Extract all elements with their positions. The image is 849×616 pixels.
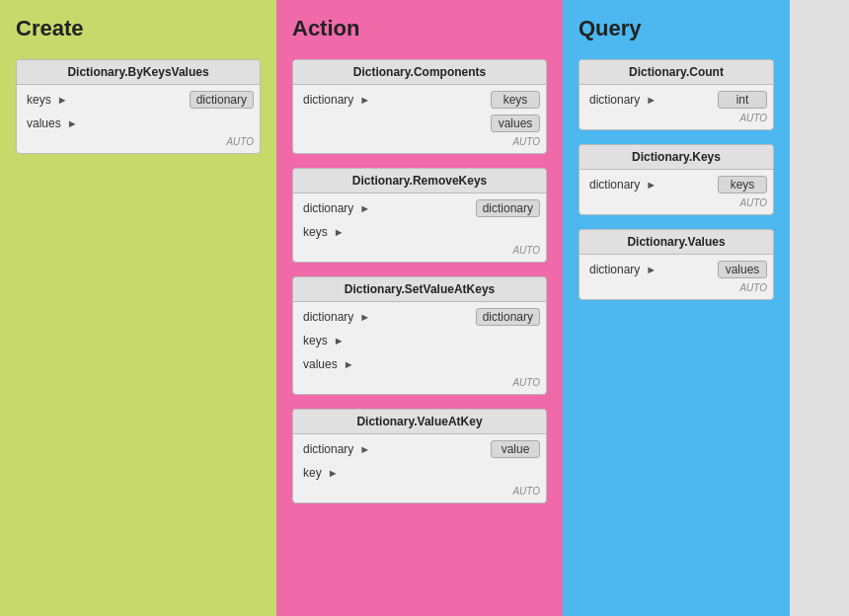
node-row-rk-keys: keys ► [293, 221, 546, 243]
auto-tag-rk: AUTO [512, 245, 540, 256]
node-row-values: values ► [17, 113, 260, 134]
node-body-dvalues: dictionary ► values AUTO [579, 255, 773, 299]
create-title: Create [16, 16, 261, 41]
arrow-values-icon: ► [67, 117, 78, 129]
auto-tag-comp: AUTO [512, 136, 540, 147]
arrow-vak-dict-icon: ► [359, 443, 370, 455]
port-left-dkeys-dict: dictionary ► [579, 176, 656, 193]
node-row-comp-dict: dictionary ► keys [293, 89, 546, 111]
node-row-svak-values: values ► [293, 353, 546, 375]
query-column: Query Dictionary.Count dictionary ► int … [563, 0, 790, 616]
auto-tag-svak: AUTO [512, 377, 540, 388]
port-label-values: values [23, 115, 65, 132]
node-footer-vak: AUTO [293, 486, 546, 500]
port-output-vak-value: value [491, 440, 540, 458]
port-output-dkeys-keys: keys [718, 176, 767, 193]
node-dictionary-remove-keys: Dictionary.RemoveKeys dictionary ► dicti… [292, 168, 547, 263]
arrow-dvalues-dict-icon: ► [646, 264, 656, 275]
port-label-comp-dict: dictionary [299, 91, 357, 109]
node-footer-bkv: AUTO [17, 136, 260, 151]
port-label-rk-dict: dictionary [299, 199, 357, 217]
node-footer-svak: AUTO [293, 377, 546, 392]
arrow-svak-values-icon: ► [344, 358, 354, 370]
auto-tag-vak: AUTO [512, 486, 540, 497]
node-footer-count: AUTO [579, 113, 773, 127]
port-left-values: values ► [17, 115, 78, 132]
port-label-count-dict: dictionary [585, 91, 644, 109]
port-left-rk-dict: dictionary ► [293, 199, 370, 217]
arrow-count-dict-icon: ► [646, 94, 656, 106]
node-row-rk-dict: dictionary ► dictionary [293, 197, 546, 219]
node-title-by-keys-values: Dictionary.ByKeysValues [17, 60, 260, 85]
port-output-rk-dict: dictionary [476, 199, 540, 217]
port-output-comp-keys: keys [491, 91, 540, 109]
node-row-svak-keys: keys ► [293, 330, 546, 351]
create-column: Create Dictionary.ByKeysValues keys ► di… [0, 0, 276, 616]
node-row-keys: keys ► dictionary [17, 89, 260, 111]
node-title-dkeys: Dictionary.Keys [579, 145, 773, 170]
port-left-count-dict: dictionary ► [579, 91, 656, 109]
node-body-by-keys-values: keys ► dictionary values ► AUTO [17, 85, 260, 153]
port-left-comp-dict: dictionary ► [293, 91, 370, 109]
port-label-vak-key: key [299, 464, 326, 482]
port-output-count-int: int [718, 91, 767, 109]
node-row-vak-dict: dictionary ► value [293, 438, 546, 460]
node-body-svak: dictionary ► dictionary keys ► values ► … [293, 302, 546, 394]
auto-tag-count: AUTO [739, 113, 767, 123]
port-label-svak-keys: keys [299, 332, 332, 349]
port-label-svak-values: values [299, 355, 342, 373]
node-body-components: dictionary ► keys values AUTO [293, 85, 546, 153]
node-dictionary-value-at-key: Dictionary.ValueAtKey dictionary ► value… [292, 409, 547, 503]
auto-tag-dvalues: AUTO [739, 282, 767, 293]
node-title-set-value-at-keys: Dictionary.SetValueAtKeys [293, 277, 546, 302]
node-row-count-dict: dictionary ► int [579, 89, 773, 111]
port-left-rk-keys: keys ► [293, 223, 345, 241]
node-title-value-at-key: Dictionary.ValueAtKey [293, 410, 546, 434]
arrow-rk-dict-icon: ► [359, 202, 370, 214]
arrow-svak-dict-icon: ► [359, 311, 370, 323]
node-row-svak-dict: dictionary ► dictionary [293, 306, 546, 328]
node-footer-comp: AUTO [293, 136, 546, 151]
node-footer-dkeys: AUTO [579, 197, 773, 212]
arrow-dkeys-dict-icon: ► [646, 179, 656, 191]
port-output-svak-dict: dictionary [476, 308, 540, 326]
port-left-keys: keys ► [17, 91, 68, 109]
auto-tag-dkeys: AUTO [739, 197, 767, 208]
port-label-keys: keys [23, 91, 55, 109]
node-body-count: dictionary ► int AUTO [579, 85, 773, 129]
node-dictionary-values: Dictionary.Values dictionary ► values AU… [579, 229, 774, 300]
query-title: Query [579, 16, 774, 41]
node-dictionary-set-value-at-keys: Dictionary.SetValueAtKeys dictionary ► d… [292, 276, 547, 395]
port-left-vak-key: key ► [293, 464, 339, 482]
action-column: Action Dictionary.Components dictionary … [276, 0, 563, 616]
node-row-comp-values-out: values [293, 113, 546, 134]
port-output-comp-values: values [491, 115, 540, 132]
arrow-rk-keys-icon: ► [334, 226, 345, 238]
port-left-svak-values: values ► [293, 355, 354, 373]
node-dictionary-count: Dictionary.Count dictionary ► int AUTO [579, 59, 774, 130]
node-body-dkeys: dictionary ► keys AUTO [579, 170, 773, 214]
node-body-vak: dictionary ► value key ► AUTO [293, 434, 546, 502]
port-left-dvalues-dict: dictionary ► [579, 261, 656, 278]
action-title: Action [292, 16, 547, 41]
node-body-remove-keys: dictionary ► dictionary keys ► AUTO [293, 193, 546, 262]
port-output-dictionary-1: dictionary [190, 91, 254, 109]
node-title-dvalues: Dictionary.Values [579, 230, 773, 255]
node-footer-rk: AUTO [293, 245, 546, 260]
auto-tag-bkv: AUTO [226, 136, 254, 147]
port-output-dvalues-values: values [718, 261, 767, 278]
node-row-vak-key: key ► [293, 462, 546, 484]
port-label-svak-dict: dictionary [299, 308, 357, 326]
node-dictionary-keys: Dictionary.Keys dictionary ► keys AUTO [579, 144, 774, 215]
arrow-keys-icon: ► [57, 94, 68, 106]
node-row-dvalues-dict: dictionary ► values [579, 259, 773, 280]
port-left-svak-dict: dictionary ► [293, 308, 370, 326]
arrow-svak-keys-icon: ► [334, 335, 345, 346]
node-title-remove-keys: Dictionary.RemoveKeys [293, 169, 546, 193]
port-left-svak-keys: keys ► [293, 332, 345, 349]
node-footer-dvalues: AUTO [579, 282, 773, 297]
node-title-components: Dictionary.Components [293, 60, 546, 85]
port-label-dvalues-dict: dictionary [585, 261, 644, 278]
port-label-rk-keys: keys [299, 223, 332, 241]
arrow-vak-key-icon: ► [328, 467, 339, 479]
